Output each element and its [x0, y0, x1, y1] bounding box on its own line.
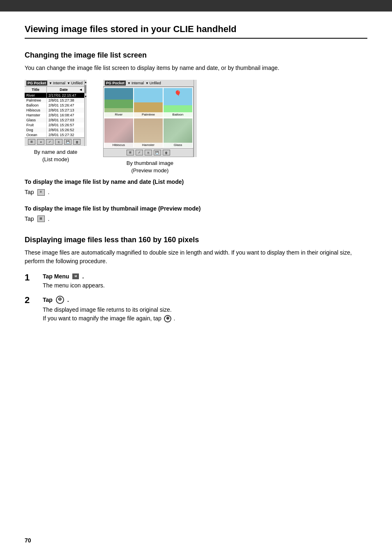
thumb-balloon[interactable]: Balloon [164, 88, 192, 117]
preview-mode-block: PG Pocket ▼ Internal ▼ Unfiled [103, 80, 197, 174]
step-2-period: . [67, 297, 69, 303]
preview-list-icon[interactable]: ⤢ [136, 150, 143, 155]
list-mode-button-icon[interactable]: ≡ [37, 189, 45, 196]
step-2-detail-2: If you want to magnify the image file ag… [43, 314, 367, 323]
preview-mode-caption-line1: By thumbnail image [127, 160, 173, 167]
thumb-palmtree[interactable]: Palmtree [134, 88, 163, 117]
thumb-glass-label: Glass [164, 143, 192, 147]
cell-name: Ocean [25, 132, 47, 137]
preview-delete-icon[interactable]: 🗑 [163, 150, 170, 155]
table-row[interactable]: River 2/17/01 22:15:47 [25, 93, 84, 98]
preview-instruction-body: Tap ⊞ . [25, 214, 367, 223]
table-row[interactable]: Hamster 2/8/01 16:08:47 [25, 113, 84, 118]
scroll-up-arrow: ▲ [84, 80, 87, 84]
list-mode-toolbar: ⊞ ≡ ⤢ ⎘ 💾 🗑 [25, 137, 84, 146]
preview-copy-icon[interactable]: ⎘ [145, 150, 152, 155]
save-toolbar-icon[interactable]: 💾 [64, 139, 71, 145]
preview-instruction: To display the image file list by thumbn… [25, 205, 367, 223]
scroll-down-arrow: ▼ [84, 94, 87, 99]
preview-instruction-title: To display the image file list by thumbn… [25, 205, 367, 212]
table-row[interactable]: Palmtree 2/8/01 15:27:38 [25, 98, 84, 103]
list-period: . [48, 188, 50, 197]
preview-folder-arrow: ▼ [145, 81, 149, 85]
cell-name: Dog [25, 127, 47, 132]
preview-location-label: Internal [131, 81, 144, 85]
step-2-main: Tap ⊖ . [43, 296, 367, 304]
page-number: 70 [25, 537, 31, 544]
location-label: Internal [53, 81, 65, 85]
cell-date: 2/8/01 15:26:47 [47, 103, 84, 108]
col-title: Title [25, 87, 47, 93]
grid-toolbar-icon[interactable]: ⊞ [28, 139, 35, 145]
section-changing-desc: You can change the image file list scree… [25, 64, 367, 72]
location-item: ▼ Internal [49, 81, 65, 85]
step-1-number: 1 [25, 273, 36, 282]
cell-date: 2/8/01 15:26:57 [47, 123, 84, 127]
list-instruction: To display the image file list by name a… [25, 178, 367, 197]
brand-label: PG Pocket [26, 81, 47, 86]
grid-mode-button-icon[interactable]: ⊞ [37, 215, 45, 222]
table-row[interactable]: Ocean 2/8/01 15:27:32 [25, 132, 84, 137]
preview-folder-item: ▼ Unfiled [145, 81, 161, 85]
thumb-river[interactable]: River [104, 88, 133, 117]
table-row[interactable]: Fruit 2/8/01 15:26:57 [25, 123, 84, 127]
cell-name: Palmtree [25, 98, 47, 103]
copy-toolbar-icon[interactable]: ⎘ [55, 139, 62, 145]
cell-date: 2/8/01 16:08:47 [47, 113, 84, 118]
step-1-container: 1 Tap Menu M . The menu icon appears. [25, 273, 367, 290]
list-scrollbar: ▲ ▼ [84, 80, 87, 146]
preview-location-item: ▼ Internal [127, 81, 144, 85]
thumb-hamster-label: Hamster [134, 143, 163, 147]
cell-name: Hamster [25, 113, 47, 118]
step-2-detail-1: The displayed image file returns to its … [43, 306, 367, 314]
section-displaying-desc: These image files are automatically magn… [25, 248, 367, 266]
fullscreen-toolbar-icon[interactable]: ⤢ [46, 139, 53, 145]
list-instruction-body: Tap ≡ . [25, 188, 367, 197]
preview-folder-label: Unfiled [150, 81, 161, 85]
table-row[interactable]: Balloon 2/8/01 15:26:47 [25, 103, 84, 108]
list-tap-text: Tap [25, 188, 34, 197]
list-mode-screen: PG Pocket ▼ Internal ▼ Unfiled [25, 80, 87, 146]
section-changing: Changing the image file list screen You … [25, 51, 367, 223]
cell-name: Glass [25, 118, 47, 123]
list-toolbar-icon[interactable]: ≡ [37, 139, 44, 145]
zoom-out-icon[interactable]: ⊖ [56, 296, 64, 304]
list-mode-table: Title Date ◄ River 2/17/01 22:15:47 [25, 87, 84, 137]
delete-toolbar-icon[interactable]: 🗑 [73, 139, 81, 145]
step-1-main: Tap Menu M . [43, 273, 367, 280]
thumb-hibiscus[interactable]: Hibiscus [104, 118, 133, 147]
preview-mode-toolbar: ⊞ ⤢ ⎘ 💾 🗑 [104, 148, 193, 157]
col-date: Date ◄ [47, 87, 84, 93]
list-mode-caption-line2: (List mode) [34, 156, 78, 163]
thumb-glass[interactable]: Glass [164, 118, 192, 147]
table-row[interactable]: Glass 2/8/01 15:27:03 [25, 118, 84, 123]
step-1-content: Tap Menu M . The menu icon appears. [43, 273, 367, 290]
location-arrow: ▼ [49, 81, 52, 85]
preview-save-icon[interactable]: 💾 [154, 150, 161, 155]
preview-mode-caption: By thumbnail image (Preview mode) [127, 160, 173, 174]
table-row[interactable]: Dog 2/8/01 15:26:52 [25, 127, 84, 132]
section-displaying: Displaying image files less than 160 by … [25, 236, 367, 323]
preview-grid-icon[interactable]: ⊞ [127, 150, 134, 155]
cell-date: 2/8/01 15:27:32 [47, 132, 84, 137]
list-instruction-title: To display the image file list by name a… [25, 178, 367, 185]
list-mode-block: PG Pocket ▼ Internal ▼ Unfiled [25, 80, 87, 163]
section-changing-title: Changing the image file list screen [25, 51, 367, 60]
thumb-hamster[interactable]: Hamster [134, 118, 163, 147]
preview-scrollbar [194, 80, 197, 157]
cell-date: 2/8/01 15:27:13 [47, 108, 84, 113]
preview-mode-header: PG Pocket ▼ Internal ▼ Unfiled [103, 80, 194, 87]
table-row[interactable]: Hibiscus 2/8/01 15:27:13 [25, 108, 84, 113]
list-mode-caption-line1: By name and date [34, 148, 78, 156]
step-1-detail: The menu icon appears. [43, 281, 367, 290]
preview-brand-label: PG Pocket [105, 81, 126, 86]
preview-tap-text: Tap [25, 214, 34, 223]
folder-item: ▼ Unfiled [67, 81, 83, 85]
zoom-in-icon[interactable]: ⊕ [164, 315, 171, 322]
step-1-text: Tap Menu [43, 273, 69, 280]
menu-button-icon[interactable]: M [72, 273, 79, 279]
step-2-text: Tap [43, 297, 53, 303]
step-2-number: 2 [25, 296, 36, 305]
thumb-river-label: River [104, 112, 133, 117]
preview-mode-caption-line2: (Preview mode) [127, 167, 173, 174]
